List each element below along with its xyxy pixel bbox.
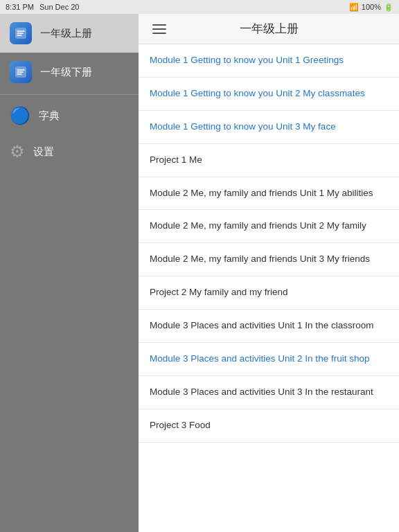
list-container[interactable]: Module 1 Getting to know you Unit 1 Gree… [139,44,399,532]
grade1-down-icon [10,61,32,83]
hamburger-line-1 [152,24,166,26]
sidebar-item-settings[interactable]: ⚙ 设置 [0,134,139,170]
content-area: 一年级上册 Module 1 Getting to know you Unit … [139,14,399,532]
hamburger-button[interactable] [150,21,169,37]
sidebar: 一年级上册 一年级下册 🔵 字典 ⚙ 设置 [0,14,139,532]
list-item[interactable]: Project 3 Food [139,409,399,443]
sidebar-item-label-settings: 设置 [33,145,54,159]
grade1-up-icon [10,22,32,44]
sidebar-item-label-grade1-up: 一年级上册 [40,27,92,40]
sidebar-item-dictionary[interactable]: 🔵 字典 [0,98,139,134]
battery-icon: 🔋 [384,3,393,12]
list-item[interactable]: Project 2 My family and my friend [139,276,399,310]
list-item[interactable]: Module 1 Getting to know you Unit 1 Gree… [139,44,399,78]
status-left: 8:31 PM Sun Dec 20 [6,3,79,11]
list-item[interactable]: Module 2 Me, my family and friends Unit … [139,177,399,211]
list-item[interactable]: Module 3 Places and activities Unit 3 In… [139,376,399,409]
list-item[interactable]: Project 1 Me [139,144,399,177]
list-item[interactable]: Module 2 Me, my family and friends Unit … [139,243,399,276]
list-item[interactable]: Module 3 Places and activities Unit 1 In… [139,310,399,343]
sidebar-item-label-grade1-down: 一年级下册 [40,66,92,79]
wifi-icon: 📶 [349,3,359,12]
sidebar-item-grade1-up[interactable]: 一年级上册 [0,14,139,53]
hamburger-line-3 [152,33,166,34]
list-item[interactable]: Module 3 Places and activities Unit 2 In… [139,343,399,376]
battery-text: 100% [362,3,381,11]
content-title: 一年级上册 [169,21,369,37]
hamburger-line-2 [152,28,166,30]
status-time: 8:31 PM [6,3,34,11]
status-right: 📶 100% 🔋 [349,3,393,12]
status-date: Sun Dec 20 [39,3,79,11]
status-bar: 8:31 PM Sun Dec 20 📶 100% 🔋 [0,0,399,14]
list-item[interactable]: Module 2 Me, my family and friends Unit … [139,210,399,243]
app-body: 一年级上册 一年级下册 🔵 字典 ⚙ 设置 [0,14,399,532]
settings-icon: ⚙ [10,142,25,161]
list-item[interactable]: Module 1 Getting to know you Unit 3 My f… [139,111,399,144]
sidebar-item-label-dictionary: 字典 [39,109,60,123]
list-item[interactable]: Module 1 Getting to know you Unit 2 My c… [139,78,399,111]
sidebar-item-grade1-down[interactable]: 一年级下册 [0,53,139,91]
content-header: 一年级上册 [139,14,399,44]
sidebar-divider [0,94,139,95]
dictionary-icon: 🔵 [10,106,30,125]
